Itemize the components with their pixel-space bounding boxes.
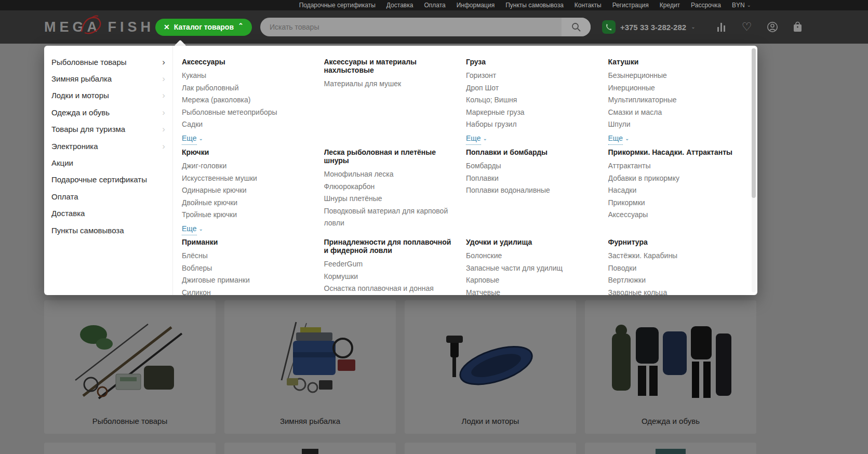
menu-link[interactable]: Горизонт: [466, 70, 595, 82]
menu-link[interactable]: Кормушки: [324, 271, 453, 283]
more-link[interactable]: Еще ⌄: [182, 132, 203, 145]
menu-link[interactable]: Мультипликаторные: [608, 94, 737, 106]
menu-link[interactable]: Дроп Шот: [466, 82, 595, 95]
topbar-link-gift-certificates[interactable]: Подарочные сертификаты: [299, 2, 376, 9]
menu-section-title[interactable]: Груза: [466, 58, 595, 66]
sidebar-item-clothing-shoes[interactable]: Одежда и обувь ›: [44, 104, 172, 121]
topbar-link-installment[interactable]: Рассрочка: [691, 2, 721, 9]
menu-link[interactable]: Материалы для мушек: [324, 78, 453, 90]
menu-link[interactable]: Вертлюжки: [608, 274, 737, 287]
menu-section-title[interactable]: Приманки: [182, 238, 311, 246]
menu-link[interactable]: Карповые: [466, 274, 595, 287]
menu-link[interactable]: Силикон: [182, 287, 311, 296]
menu-link[interactable]: Шнуры плетёные: [324, 193, 453, 205]
sidebar-item-fishing-goods[interactable]: Рыболовные товары ›: [44, 54, 172, 70]
category-card-boats[interactable]: Лодки и моторы: [405, 300, 576, 434]
topbar-link-contacts[interactable]: Контакты: [575, 2, 602, 9]
phone-link[interactable]: +375 33 3-282-282 ⌄: [602, 20, 696, 34]
sidebar-item-payment[interactable]: Оплата: [44, 188, 172, 205]
menu-link[interactable]: Кольцо; Вишня: [466, 94, 595, 106]
menu-link[interactable]: Инерционные: [608, 82, 737, 95]
menu-link[interactable]: Аттрактанты: [608, 160, 737, 172]
search-input[interactable]: [260, 18, 562, 36]
topbar-link-registration[interactable]: Регистрация: [612, 2, 649, 9]
menu-link[interactable]: Джиговые приманки: [182, 274, 311, 287]
category-card-partial[interactable]: [224, 443, 396, 454]
category-card-partial[interactable]: [585, 443, 756, 454]
menu-link[interactable]: Болонские: [466, 250, 595, 262]
favorites-button[interactable]: ♡: [741, 21, 753, 33]
menu-link[interactable]: Оснастка поплавочная и донная: [324, 283, 453, 295]
logo[interactable]: MEGA FISH: [44, 19, 144, 35]
cart-button[interactable]: [792, 21, 804, 33]
menu-link[interactable]: Куканы: [182, 70, 311, 82]
menu-link[interactable]: Заводные кольца: [608, 287, 737, 296]
more-link[interactable]: Еще ⌄: [608, 132, 630, 145]
menu-link[interactable]: Маркерные груза: [466, 106, 595, 119]
menu-link[interactable]: Садки: [182, 118, 311, 131]
menu-section-title[interactable]: Прикормки. Насадки. Аттрактанты: [608, 148, 737, 156]
more-link[interactable]: Еще ⌄: [466, 132, 487, 145]
sidebar-item-tourism[interactable]: Товары для туризма ›: [44, 121, 172, 138]
topbar-link-pickup-points[interactable]: Пункты самовывоза: [505, 2, 564, 9]
menu-link[interactable]: Матчевые: [466, 287, 595, 296]
topbar-link-payment[interactable]: Оплата: [424, 2, 445, 9]
menu-link[interactable]: Мережа (раколовка): [182, 94, 311, 106]
menu-section-title[interactable]: Леска рыболовная и плетёные шнуры: [324, 148, 453, 165]
category-card-clothing[interactable]: Одежда и обувь: [585, 300, 756, 434]
topbar-link-credit[interactable]: Кредит: [660, 2, 680, 9]
category-card-fishing[interactable]: Рыболовные товары: [44, 300, 216, 434]
menu-link[interactable]: Поплавки: [466, 172, 595, 185]
menu-link[interactable]: Поплавки водоналивные: [466, 184, 595, 197]
menu-link[interactable]: Двойные крючки: [182, 197, 311, 209]
menu-link[interactable]: Запасные части для удилищ: [466, 262, 595, 275]
menu-link[interactable]: Добавки в прикормку: [608, 172, 737, 185]
menu-section-title[interactable]: Принадлежности для поплавочной и фидерно…: [324, 238, 453, 255]
menu-section-title[interactable]: Аксессуары: [182, 58, 311, 66]
sidebar-item-pickup-points[interactable]: Пункты самовывоза: [44, 222, 172, 238]
menu-section-title[interactable]: Поплавки и бомбарды: [466, 148, 595, 156]
menu-link[interactable]: Застёжки. Карабины: [608, 250, 737, 262]
menu-link[interactable]: Рыболовные метеоприборы: [182, 106, 311, 119]
menu-link[interactable]: Искусственные мушки: [182, 172, 311, 185]
search-button[interactable]: [562, 18, 591, 36]
menu-link[interactable]: Воблеры: [182, 262, 311, 275]
menu-section-title[interactable]: Аксессуары и материалы нахлыстовые: [324, 58, 453, 74]
menu-link[interactable]: Аксессуары: [608, 209, 737, 221]
menu-link[interactable]: Безынерционные: [608, 70, 737, 82]
sidebar-item-electronics[interactable]: Электроника ›: [44, 138, 172, 154]
compare-button[interactable]: [715, 21, 728, 33]
catalog-button[interactable]: ✕ Каталог товаров ⌃: [155, 19, 252, 36]
menu-link[interactable]: Одинарные крючки: [182, 184, 311, 197]
sidebar-item-gift-certificates[interactable]: Подарочные сертификаты: [44, 171, 172, 188]
category-card-winter-fishing[interactable]: Зимняя рыбалка: [224, 300, 396, 434]
menu-link[interactable]: Блёсны: [182, 250, 311, 262]
more-link[interactable]: Еще ⌄: [182, 223, 203, 236]
menu-scrollbar-thumb[interactable]: [752, 48, 756, 198]
sidebar-item-promotions[interactable]: Акции: [44, 154, 172, 171]
sidebar-item-delivery[interactable]: Доставка: [44, 205, 172, 222]
sidebar-item-boats-motors[interactable]: Лодки и моторы ›: [44, 87, 172, 104]
menu-link[interactable]: Насадки: [608, 184, 737, 197]
menu-link[interactable]: Флюорокарбон: [324, 181, 453, 193]
menu-link[interactable]: FeederGum: [324, 258, 453, 271]
menu-section-title[interactable]: Катушки: [608, 58, 737, 66]
topbar-link-delivery[interactable]: Доставка: [386, 2, 413, 9]
menu-link[interactable]: Поводки: [608, 262, 737, 275]
category-card-partial[interactable]: [405, 443, 576, 454]
menu-link[interactable]: Шпули: [608, 118, 737, 131]
menu-link[interactable]: Поводковый материал для карповой ловли: [324, 205, 453, 230]
menu-link[interactable]: Монофильная леска: [324, 168, 453, 181]
category-card-partial[interactable]: [44, 443, 216, 454]
menu-link[interactable]: Джиг-головки: [182, 160, 311, 172]
account-button[interactable]: [766, 21, 779, 33]
menu-link[interactable]: Тройные крючки: [182, 209, 311, 221]
menu-section-title[interactable]: Удочки и удилища: [466, 238, 595, 246]
currency-selector[interactable]: BYN ⌄: [732, 2, 751, 9]
topbar-link-information[interactable]: Информация: [457, 2, 495, 9]
menu-link[interactable]: Сигнализаторы: [324, 295, 453, 296]
menu-link[interactable]: Смазки и масла: [608, 106, 737, 119]
sidebar-item-winter-fishing[interactable]: Зимняя рыбалка ›: [44, 70, 172, 87]
menu-link[interactable]: Наборы грузил: [466, 118, 595, 131]
menu-link[interactable]: Прикормки: [608, 197, 737, 209]
